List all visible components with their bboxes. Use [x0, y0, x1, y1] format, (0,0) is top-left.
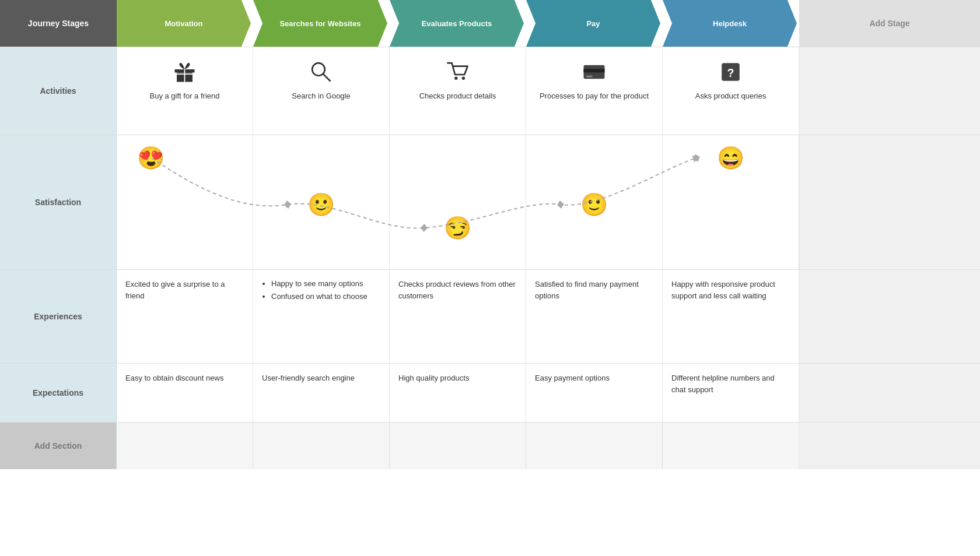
exp-pay: Satisfied to find many payment options [526, 270, 663, 363]
add-sec-5 [663, 423, 799, 469]
svg-rect-9 [584, 69, 605, 72]
activity-pay-label: Processes to pay for the product [540, 91, 649, 101]
activity-helpdesk-label: Asks product queries [695, 91, 766, 101]
activities-label: Activities [0, 47, 117, 135]
stage-add[interactable]: Add Stage [799, 0, 980, 47]
emoji-grin: 😄 [717, 147, 744, 169]
exp-evaluates-cell: High quality products [390, 364, 526, 422]
exp-helpdesk-cell: Different helpline numbers and chat supp… [663, 364, 799, 422]
activity-motivation-label: Buy a gift for a friend [150, 91, 220, 101]
activity-pay: Processes to pay for the product [526, 47, 663, 135]
exp-empty [799, 270, 980, 363]
stage-motivation[interactable]: Motivation [117, 0, 251, 47]
add-sec-3 [390, 423, 526, 469]
experiences-row: Experiences Excited to give a surprise t… [0, 269, 980, 363]
exp-searches-cell: User-friendly search engine [253, 364, 390, 422]
expectations-row: Expectations Easy to obtain discount new… [0, 363, 980, 422]
journey-stages-label: Journey Stages [0, 0, 117, 47]
add-section-row: Add Section [0, 422, 980, 469]
exp-pay-cell: Easy payment options [526, 364, 663, 422]
cart-icon [444, 59, 471, 85]
activity-searches-label: Search in Google [292, 91, 350, 101]
sat-helpdesk: 😄 [663, 135, 799, 269]
add-sec-1 [117, 423, 253, 469]
stage-pay[interactable]: Pay [526, 0, 660, 47]
exp-searches-item2: Confused on what to choose [271, 291, 368, 302]
svg-point-6 [454, 77, 457, 80]
exp-evaluates: Checks product reviews from other custom… [390, 270, 526, 363]
svg-rect-10 [586, 76, 593, 78]
activities-row: Activities Buy a gift for a friend [0, 47, 980, 135]
add-sec-2 [253, 423, 390, 469]
add-section-label[interactable]: Add Section [0, 423, 117, 469]
satisfaction-data: 😍 🙂 😏 🙂 😄 [117, 135, 980, 269]
activity-searches: Search in Google [253, 47, 390, 135]
add-sec-4 [526, 423, 663, 469]
activity-motivation: Buy a gift for a friend [117, 47, 253, 135]
expectations-label: Expectations [0, 364, 117, 422]
activity-evaluates: Checks product details [390, 47, 526, 135]
gift-icon [172, 59, 198, 85]
sat-motivation: 😍 [117, 135, 253, 269]
experiences-label: Experiences [0, 270, 117, 363]
exp-searches-item1: Happy to see many options [271, 279, 368, 289]
satisfaction-label: Satisfaction [0, 135, 117, 269]
stage-helpdesk[interactable]: Helpdesk [663, 0, 797, 47]
emoji-smirk: 😏 [444, 217, 471, 239]
header-row: Journey Stages Motivation Searches for W… [0, 0, 980, 47]
exp-empty-2 [799, 364, 980, 422]
activity-empty [799, 47, 980, 135]
sat-evaluates: 😏 [390, 135, 526, 269]
emoji-heart-eyes: 😍 [137, 147, 164, 169]
svg-point-7 [462, 77, 465, 80]
search-icon [308, 59, 334, 85]
sat-pay: 🙂 [526, 135, 663, 269]
question-icon: ? [718, 59, 744, 85]
activity-helpdesk: ? Asks product queries [663, 47, 799, 135]
exp-searches: Happy to see many options Confused on wh… [253, 270, 390, 363]
sat-searches: 🙂 [253, 135, 390, 269]
journey-map: Journey Stages Motivation Searches for W… [0, 0, 980, 556]
exp-helpdesk: Happy with responsive product support an… [663, 270, 799, 363]
stage-searches[interactable]: Searches for Websites [253, 0, 387, 47]
card-icon [581, 59, 607, 85]
stage-evaluates[interactable]: Evaluates Products [390, 0, 524, 47]
svg-line-5 [323, 74, 330, 81]
emoji-smiley: 🙂 [307, 193, 335, 216]
add-sec-6 [799, 423, 980, 469]
activity-evaluates-label: Checks product details [419, 91, 496, 101]
exp-motivation-cell: Easy to obtain discount news [117, 364, 253, 422]
sat-empty [799, 135, 980, 269]
exp-motivation: Excited to give a surprise to a friend [117, 270, 253, 363]
emoji-smiley-2: 🙂 [580, 193, 608, 216]
satisfaction-row: Satisfaction 😍 🙂 😏 🙂 😄 [0, 135, 980, 269]
svg-text:?: ? [727, 66, 734, 79]
